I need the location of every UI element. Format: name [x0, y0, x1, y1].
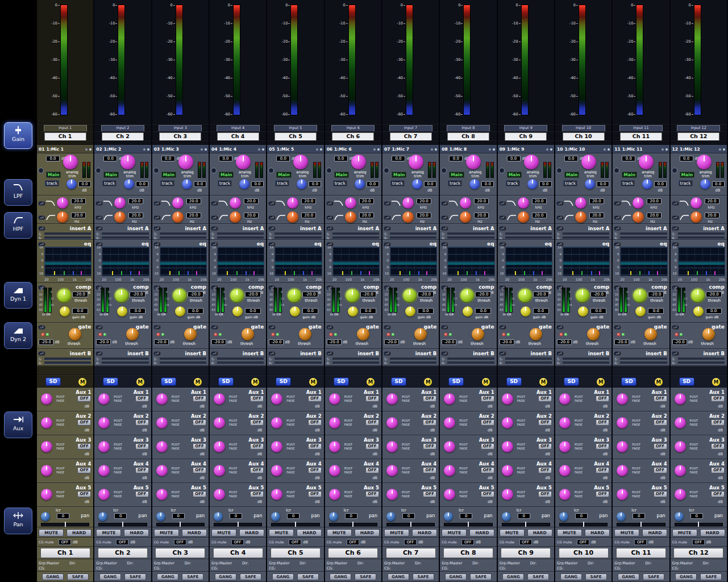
mute-group-button[interactable]: M — [597, 378, 605, 386]
send-patch-display[interactable] — [678, 232, 725, 235]
aux-on-off-button[interactable]: OFF — [77, 443, 91, 450]
send-patch-display[interactable] — [102, 232, 148, 235]
comp-gain-value[interactable]: 0.0 — [72, 308, 88, 314]
hard-button[interactable]: HARD — [66, 529, 91, 537]
lpf-freq-knob[interactable] — [690, 197, 702, 209]
insert-a-off-button[interactable]: off — [384, 226, 391, 231]
gate-threshold-value[interactable]: -20.0 — [211, 339, 226, 345]
gate-threshold-value[interactable]: -20.0 — [154, 339, 169, 345]
aux-send-knob[interactable] — [617, 489, 628, 500]
mute-button[interactable]: MUTE — [442, 529, 467, 537]
sd-button[interactable]: SD — [448, 377, 464, 386]
hpf-freq-knob[interactable] — [230, 211, 241, 223]
aux-send-knob[interactable] — [617, 393, 628, 405]
comp-threshold-value[interactable]: -20.0 — [475, 292, 491, 297]
hpf-off-button[interactable]: off — [441, 215, 448, 220]
cg-mute-value[interactable]: OFF — [59, 539, 71, 545]
gate-threshold-value[interactable]: -20.0 — [500, 339, 514, 345]
gate-off-button[interactable]: off — [614, 325, 621, 330]
comp-gain-value[interactable]: 0.0 — [706, 308, 722, 314]
pan-knob[interactable] — [386, 512, 396, 521]
comp-threshold-knob[interactable] — [230, 289, 244, 302]
comp-threshold-value[interactable]: -20.0 — [533, 292, 549, 297]
channel-name[interactable]: Ch 5 — [274, 132, 317, 141]
eq-graph[interactable] — [678, 247, 725, 276]
pan-value[interactable]: 0 — [460, 513, 472, 519]
lpf-off-button[interactable]: off — [326, 201, 334, 206]
insert-a-off-button[interactable]: off — [153, 226, 161, 231]
insert-a-off-button[interactable]: off — [268, 226, 276, 231]
comp-threshold-knob[interactable] — [115, 289, 128, 302]
analog-trim-knob[interactable] — [63, 155, 78, 169]
digital-gain-knob[interactable] — [239, 179, 249, 189]
lpf-freq-value[interactable]: 20.0 — [128, 198, 143, 204]
comp-threshold-knob[interactable] — [403, 289, 417, 302]
comp-threshold-value[interactable]: -20.0 — [648, 292, 664, 297]
analog-trim-knob[interactable] — [639, 155, 654, 169]
aux-on-off-button[interactable]: OFF — [481, 467, 494, 473]
insert-b-off-button[interactable]: off — [211, 351, 218, 356]
send-patch-display[interactable] — [563, 357, 609, 360]
digital-gain-value[interactable]: 0.0 — [161, 156, 175, 161]
main-bus-label[interactable]: Main — [103, 172, 118, 178]
safe-button[interactable]: SAFE — [67, 573, 89, 580]
aux-on-off-button[interactable]: OFF — [193, 396, 206, 402]
mute-group-button[interactable]: M — [424, 378, 432, 386]
aux-send-knob[interactable] — [214, 489, 225, 500]
aux-on-off-button[interactable]: OFF — [538, 396, 552, 402]
gate-threshold-knob[interactable] — [357, 328, 369, 340]
hpf-off-button[interactable]: off — [499, 215, 506, 220]
pan-value[interactable]: 0 — [575, 513, 588, 519]
safe-button[interactable]: SAFE — [124, 573, 146, 580]
analog-trim-knob[interactable] — [581, 155, 596, 169]
sd-button[interactable]: SD — [161, 377, 176, 386]
mute-button[interactable]: MUTE — [211, 529, 236, 537]
pan-value[interactable]: 0 — [172, 513, 185, 519]
track-label[interactable]: track — [679, 180, 693, 186]
lpf-freq-knob[interactable] — [633, 197, 644, 209]
hpf-off-button[interactable]: off — [95, 215, 103, 220]
hard-button[interactable]: HARD — [355, 529, 380, 537]
lpf-freq-knob[interactable] — [345, 197, 356, 209]
aux-on-off-button[interactable]: OFF — [308, 396, 322, 402]
lpf-off-button[interactable]: off — [672, 201, 679, 206]
comp-gain-value[interactable]: 0.0 — [648, 308, 664, 314]
lpf-off-button[interactable]: off — [268, 201, 276, 206]
aux-send-knob[interactable] — [98, 393, 110, 405]
hpf-freq-value[interactable]: 20.0 — [244, 213, 259, 218]
fader-position-track[interactable] — [444, 523, 492, 526]
analog-trim-knob[interactable] — [351, 155, 366, 169]
digital-gain-knob[interactable] — [700, 179, 710, 189]
mute-button[interactable]: MUTE — [614, 529, 639, 537]
return-patch-display[interactable] — [332, 361, 379, 364]
aux-send-knob[interactable] — [559, 465, 571, 476]
hpf-off-button[interactable]: off — [38, 215, 45, 220]
lpf-off-button[interactable]: off — [153, 201, 161, 206]
aux-on-off-button[interactable]: OFF — [654, 443, 667, 450]
aux-send-knob[interactable] — [675, 417, 686, 429]
fader-position-track[interactable] — [214, 523, 262, 526]
gang-button[interactable]: GANG — [99, 573, 121, 580]
gang-button[interactable]: GANG — [330, 573, 351, 580]
mute-group-button[interactable]: M — [367, 378, 375, 386]
gate-off-button[interactable]: off — [153, 325, 161, 330]
aux-send-knob[interactable] — [502, 489, 513, 500]
aux-send-knob[interactable] — [675, 465, 686, 476]
hpf-freq-knob[interactable] — [114, 211, 126, 223]
aux-send-knob[interactable] — [559, 417, 571, 429]
aux-send-knob[interactable] — [98, 417, 110, 429]
aux-on-off-button[interactable]: OFF — [596, 443, 609, 450]
channel-name[interactable]: Ch 2 — [102, 132, 144, 141]
channel-name-bottom[interactable]: Ch 9 — [501, 548, 551, 558]
lpf-off-button[interactable]: off — [211, 201, 218, 206]
hpf-off-button[interactable]: off — [384, 215, 391, 220]
insert-a-off-button[interactable]: off — [441, 226, 448, 231]
pan-value[interactable]: 0 — [287, 513, 299, 519]
gate-off-button[interactable]: off — [211, 325, 218, 330]
aux-on-off-button[interactable]: OFF — [538, 419, 552, 426]
track-label[interactable]: track — [333, 180, 347, 186]
lpf-freq-value[interactable]: 20.0 — [647, 198, 662, 204]
comp-threshold-value[interactable]: -20.0 — [590, 292, 606, 297]
insert-a-off-button[interactable]: off — [499, 226, 506, 231]
aux-send-knob[interactable] — [386, 417, 398, 429]
